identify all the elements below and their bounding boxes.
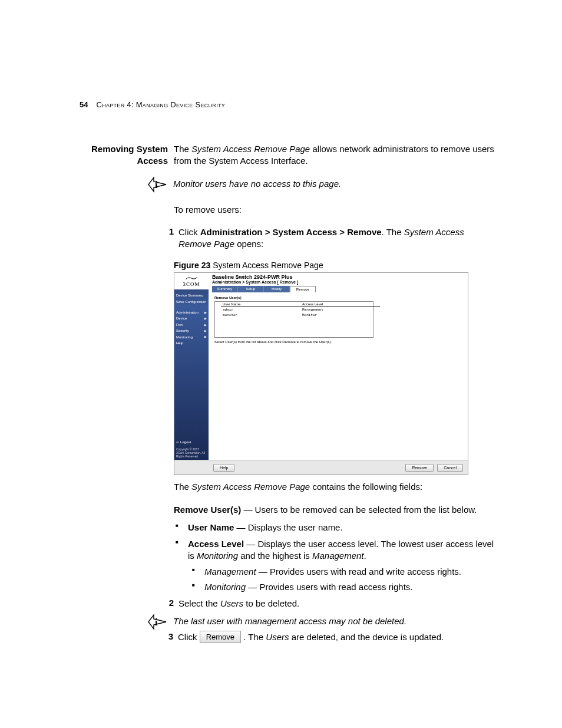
step-2-text: Select the Users to be deleted. bbox=[178, 598, 299, 610]
logout-icon: ⇦ bbox=[176, 440, 179, 444]
figure-bottom-bar: Help Remove Cancel bbox=[174, 460, 468, 475]
help-button[interactable]: Help bbox=[213, 464, 234, 472]
side-logout[interactable]: ⇦Logout bbox=[174, 438, 209, 446]
step-1-text: Click Administration > System Access > R… bbox=[178, 226, 497, 251]
sub-item-monitoring: Monitoring — Provides users with read ac… bbox=[190, 581, 497, 593]
info-note-1: i Monitor users have no access to this p… bbox=[174, 178, 497, 193]
table-row[interactable]: admin Management bbox=[221, 307, 380, 313]
sub-item-management: Management — Provides users with read an… bbox=[190, 566, 497, 578]
tab-summary[interactable]: Summary bbox=[212, 286, 238, 292]
chevron-right-icon: ▶ bbox=[204, 335, 207, 339]
figure-panel-label: Remove User(s) bbox=[209, 292, 468, 301]
figure-sidebar: 3COM Device Summary Save Configuration A… bbox=[174, 273, 209, 460]
page-number: 54 bbox=[80, 100, 88, 109]
cancel-button[interactable]: Cancel bbox=[437, 464, 463, 472]
page-header: 54 Chapter 4: Managing Device Security bbox=[80, 100, 497, 109]
chevron-right-icon: ▶ bbox=[204, 317, 207, 321]
figure-table[interactable]: User Name Access Level admin Management … bbox=[214, 301, 373, 338]
figure-main: Baseline Switch 2924-PWR Plus Administra… bbox=[209, 273, 468, 460]
tab-setup[interactable]: Setup bbox=[238, 286, 264, 292]
page: 54 Chapter 4: Managing Device Security R… bbox=[0, 0, 562, 691]
remove-button[interactable]: Remove bbox=[405, 464, 434, 472]
figure-table-note: Select User(s) from the list above and c… bbox=[209, 338, 468, 346]
svg-text:i: i bbox=[155, 617, 158, 627]
inline-remove-button[interactable]: Remove bbox=[200, 631, 241, 644]
list-item-user-name: User Name — Displays the user name. bbox=[174, 522, 497, 533]
section-heading-line1: Removing System bbox=[80, 143, 168, 155]
logo-icon bbox=[185, 276, 198, 281]
remove-users-field: Remove User(s) — Users to be removed can… bbox=[174, 504, 497, 516]
figure-screenshot: 3COM Device Summary Save Configuration A… bbox=[174, 272, 468, 475]
svg-text:i: i bbox=[155, 180, 158, 190]
chapter-label: Chapter 4: Managing Device Security bbox=[96, 100, 225, 109]
figure-caption: Figure 23 System Access Remove Page bbox=[174, 261, 497, 270]
step-2: 2 Select the Users to be deleted. bbox=[174, 598, 497, 610]
table-row[interactable]: monitor Monitor bbox=[221, 312, 380, 318]
field-list: User Name — Displays the user name. Acce… bbox=[174, 522, 497, 593]
info-note-2: i The last user with management access m… bbox=[174, 615, 497, 644]
step-2-number: 2 bbox=[161, 598, 178, 608]
step-3-number: 3 bbox=[160, 631, 178, 641]
intro-paragraph: The System Access Remove Page allows net… bbox=[174, 143, 497, 167]
section-row: Removing System Access The System Access… bbox=[80, 143, 497, 644]
list-item-access-level: Access Level — Displays the user access … bbox=[174, 538, 497, 593]
step-3-text: Click Remove . The Users are deleted, an… bbox=[178, 631, 444, 644]
sub-list: Management — Provides users with read an… bbox=[190, 566, 497, 594]
note1-text: Monitor users have no access to this pag… bbox=[173, 178, 341, 190]
section-heading-col: Removing System Access bbox=[80, 143, 174, 167]
figure-tabs: Summary Setup Modify Remove bbox=[209, 286, 468, 292]
figure-product-title: Baseline Switch 2924-PWR Plus bbox=[209, 273, 468, 280]
figure-breadcrumb: Administration > System Access [ Remove … bbox=[209, 280, 468, 286]
side-monitoring[interactable]: Monitoring▶ bbox=[176, 334, 207, 340]
side-security[interactable]: Security▶ bbox=[176, 328, 207, 334]
chevron-right-icon: ▶ bbox=[204, 323, 207, 327]
section-body: The System Access Remove Page allows net… bbox=[174, 143, 497, 644]
side-port[interactable]: Port▶ bbox=[176, 322, 207, 328]
info-icon: i bbox=[147, 613, 167, 631]
step-3: 3 Click Remove . The Users are deleted, … bbox=[173, 631, 497, 644]
logo-brand: 3COM bbox=[183, 281, 200, 287]
section-heading-line2: Access bbox=[80, 155, 168, 167]
side-device[interactable]: Device▶ bbox=[176, 315, 207, 321]
after-figure-text: The System Access Remove Page contains t… bbox=[174, 481, 497, 493]
table-header-user: User Name bbox=[221, 302, 300, 307]
step-1: 1 Click Administration > System Access >… bbox=[174, 226, 497, 251]
tab-modify[interactable]: Modify bbox=[264, 286, 290, 292]
chevron-right-icon: ▶ bbox=[204, 311, 207, 315]
table-header-row: User Name Access Level bbox=[221, 302, 380, 307]
to-remove-label: To remove users: bbox=[174, 204, 497, 216]
note2-text: The last user with management access may… bbox=[173, 615, 497, 627]
side-help[interactable]: Help bbox=[176, 340, 207, 346]
table-header-access: Access Level bbox=[300, 302, 380, 307]
side-save-config[interactable]: Save Configuration bbox=[176, 299, 207, 305]
info-icon: i bbox=[147, 176, 167, 193]
side-administration[interactable]: Administration▶ bbox=[176, 309, 207, 315]
side-copyright: Copyright © 2007 3Com Corporation. All R… bbox=[174, 446, 209, 460]
tab-remove[interactable]: Remove bbox=[290, 286, 316, 292]
chevron-right-icon: ▶ bbox=[204, 329, 207, 333]
step-1-number: 1 bbox=[161, 226, 178, 236]
figure-logo: 3COM bbox=[174, 273, 209, 289]
side-device-summary[interactable]: Device Summary bbox=[176, 292, 207, 298]
